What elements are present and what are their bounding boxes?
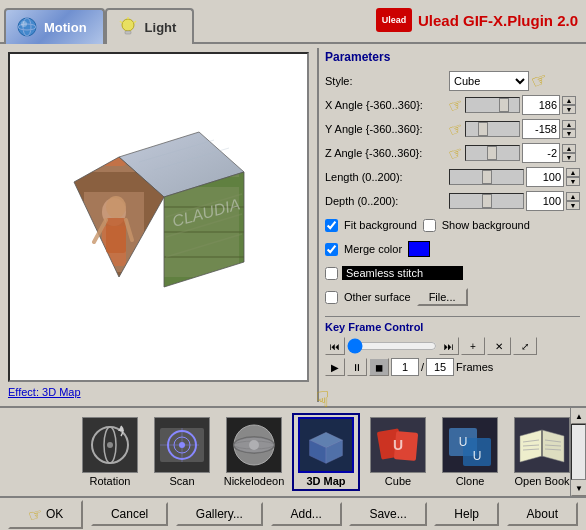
svg-text:U: U [393, 437, 403, 453]
kf-position-input[interactable] [391, 358, 419, 376]
tab-motion[interactable]: Motion [4, 8, 105, 44]
thumb-img-scan [154, 417, 210, 473]
bottom-bar: ☞ OK Cancel Gallery... Add... Save... He… [0, 496, 586, 530]
thumb-label-nickelodeon: Nickelodeon [224, 475, 285, 487]
thumb-item-scan[interactable]: Scan [148, 413, 216, 491]
length-slider[interactable] [449, 169, 524, 185]
scroll-track[interactable] [571, 424, 586, 480]
z-angle-label: Z Angle {-360..360}: [325, 147, 445, 159]
x-angle-up[interactable]: ▲ [562, 96, 576, 105]
help-button[interactable]: Help [434, 502, 499, 526]
thumb-item-rotation[interactable]: Rotation [76, 413, 144, 491]
kf-frames-input[interactable] [426, 358, 454, 376]
thumb-img-openbook [514, 417, 570, 473]
show-background-checkbox[interactable] [423, 219, 436, 232]
z-angle-input[interactable] [522, 143, 560, 163]
y-angle-input[interactable] [522, 119, 560, 139]
merge-color-swatch[interactable] [408, 241, 430, 257]
other-surface-checkbox[interactable] [325, 291, 338, 304]
keyframe-section: Key Frame Control ⏮ ⏭ + ✕ ⤢ ▶ ⏸ ◼ / [325, 316, 580, 376]
selection-pointer-icon: ☟ [316, 387, 329, 413]
svg-rect-5 [125, 31, 131, 34]
x-angle-slider[interactable] [465, 97, 520, 113]
merge-color-row: Merge color [325, 238, 580, 260]
rotation-thumb-svg [83, 418, 137, 472]
scroll-up-arrow[interactable]: ▲ [571, 408, 586, 424]
cancel-button[interactable]: Cancel [91, 502, 168, 526]
depth-label: Depth (0..200): [325, 195, 445, 207]
background-row: Fit background Show background [325, 214, 580, 236]
about-button[interactable]: About [507, 502, 578, 526]
style-row: Style: Cube Rotation Scan Nickelodeon Cl… [325, 70, 580, 92]
keyframe-controls-2: ▶ ⏸ ◼ / Frames [325, 358, 580, 376]
kf-stop-button[interactable]: ⏸ [347, 358, 367, 376]
x-angle-spinner: ▲ ▼ [562, 96, 576, 114]
style-control: Cube Rotation Scan Nickelodeon Clone Ope… [449, 70, 547, 92]
tab-motion-label: Motion [44, 20, 87, 35]
preview-panel: CLAUDIA Effect: 3D Map [0, 44, 317, 406]
add-button[interactable]: Add... [271, 502, 342, 526]
effect-label[interactable]: Effect: 3D Map [8, 386, 309, 398]
thumb-img-clone: U U [442, 417, 498, 473]
depth-row: Depth (0..200): ▲ ▼ [325, 190, 580, 212]
fit-background-label[interactable]: Fit background [344, 219, 417, 231]
kf-play-button[interactable]: ▶ [325, 358, 345, 376]
thumb-label-openbook: Open Book [514, 475, 569, 487]
y-angle-slider[interactable] [465, 121, 520, 137]
svg-text:U: U [459, 435, 468, 449]
gallery-button[interactable]: Gallery... [176, 502, 263, 526]
logo-area: Ulead Ulead GIF-X.Plugin 2.0 [374, 6, 578, 34]
thumb-item-nickelodeon[interactable]: Nickelodeon [220, 413, 288, 491]
fit-background-checkbox[interactable] [325, 219, 338, 232]
thumb-img-3dmap [298, 417, 354, 473]
depth-up[interactable]: ▲ [566, 192, 580, 201]
z-angle-down[interactable]: ▼ [562, 153, 576, 162]
depth-slider[interactable] [449, 193, 524, 209]
keyframe-title: Key Frame Control [325, 321, 580, 333]
tab-bar: Motion Light Ulead Ulead GIF-X.Plugin 2.… [0, 0, 586, 44]
x-angle-label: X Angle {-360..360}: [325, 99, 445, 111]
x-angle-down[interactable]: ▼ [562, 105, 576, 114]
length-down[interactable]: ▼ [566, 177, 580, 186]
light-icon [117, 16, 139, 38]
length-input[interactable] [526, 167, 564, 187]
ok-button[interactable]: ☞ OK [8, 500, 83, 529]
y-angle-hand-icon: ☞ [446, 118, 466, 141]
style-select[interactable]: Cube Rotation Scan Nickelodeon Clone Ope… [449, 71, 529, 91]
thumb-item-clone[interactable]: U U Clone [436, 413, 504, 491]
z-angle-slider[interactable] [465, 145, 520, 161]
kf-extra-button[interactable]: ⤢ [513, 337, 537, 355]
y-angle-control: ☞ ▲ ▼ [449, 119, 576, 139]
kf-frames-label: Frames [456, 361, 493, 373]
thumb-item-3dmap[interactable]: 3D Map [292, 413, 360, 491]
thumb-item-openbook[interactable]: Open Book [508, 413, 570, 491]
merge-color-label[interactable]: Merge color [344, 243, 402, 255]
length-row: Length (0..200): ▲ ▼ [325, 166, 580, 188]
tab-light[interactable]: Light [105, 8, 195, 44]
kf-add-button[interactable]: + [461, 337, 485, 355]
z-angle-hand-icon: ☞ [446, 142, 466, 165]
depth-input[interactable] [526, 191, 564, 211]
merge-color-checkbox[interactable] [325, 243, 338, 256]
other-surface-label[interactable]: Other surface [344, 291, 411, 303]
file-button[interactable]: File... [417, 288, 468, 306]
y-angle-down[interactable]: ▼ [562, 129, 576, 138]
length-up[interactable]: ▲ [566, 168, 580, 177]
x-angle-control: ☞ ▲ ▼ [449, 95, 576, 115]
thumb-item-cube[interactable]: U Cube [364, 413, 432, 491]
seamless-stitch-checkbox[interactable] [325, 267, 338, 280]
kf-rewind-button[interactable]: ⏮ [325, 337, 345, 355]
x-angle-input[interactable] [522, 95, 560, 115]
kf-rec-button[interactable]: ◼ [369, 358, 389, 376]
show-background-label[interactable]: Show background [442, 219, 530, 231]
y-angle-up[interactable]: ▲ [562, 120, 576, 129]
svg-line-8 [134, 21, 136, 23]
kf-remove-button[interactable]: ✕ [487, 337, 511, 355]
depth-down[interactable]: ▼ [566, 201, 580, 210]
keyframe-slider[interactable] [347, 339, 437, 353]
save-button[interactable]: Save... [349, 502, 426, 526]
z-angle-up[interactable]: ▲ [562, 144, 576, 153]
kf-end-button[interactable]: ⏭ [439, 337, 459, 355]
openbook-thumb-svg [515, 418, 569, 472]
scroll-down-arrow[interactable]: ▼ [571, 480, 586, 496]
